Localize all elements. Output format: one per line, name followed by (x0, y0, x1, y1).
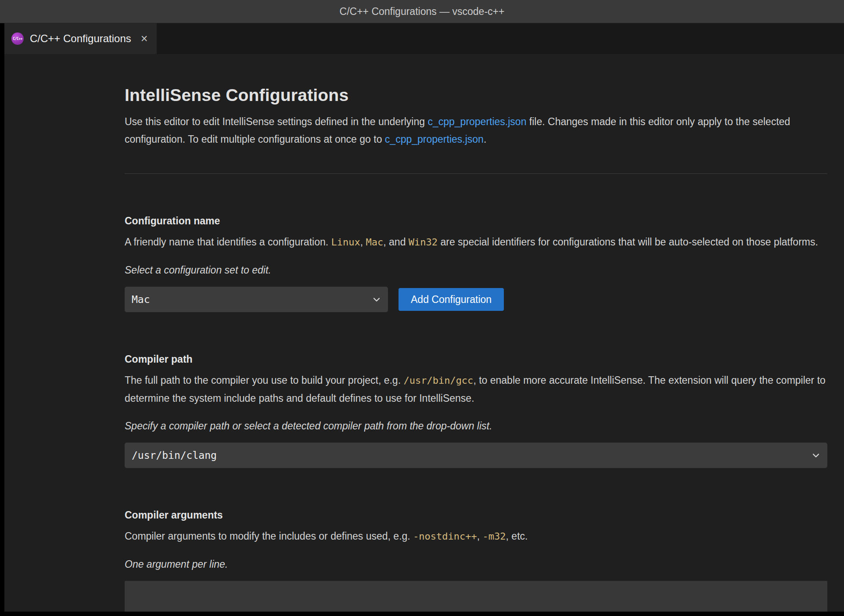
section-configuration-name: Configuration name A friendly name that … (125, 215, 827, 312)
description-part: , (477, 530, 483, 542)
intro-text-part: . (484, 133, 486, 145)
compiler-path-hint: Specify a compiler path or select a dete… (125, 420, 827, 432)
cpp-extension-icon-label: C/C++ (13, 37, 22, 41)
compiler-arguments-hint: One argument per line. (125, 558, 827, 570)
divider (125, 173, 827, 174)
compiler-arguments-description: Compiler arguments to modify the include… (125, 527, 827, 545)
intro-text-part: Use this editor to edit IntelliSense set… (125, 116, 427, 127)
chevron-down-icon (811, 450, 821, 461)
compiler-path-title: Compiler path (125, 353, 827, 365)
compiler-arguments-input[interactable] (125, 581, 827, 612)
window-title: C/C++ Configurations — vscode-c++ (340, 6, 505, 18)
compiler-arguments-field-wrap (125, 581, 827, 612)
description-part: A friendly name that identifies a config… (125, 236, 331, 248)
configuration-name-title: Configuration name (125, 215, 827, 227)
configuration-controls: Mac Add Configuration (125, 287, 827, 312)
tab-close-icon[interactable]: × (141, 33, 148, 45)
configuration-name-description: A friendly name that identifies a config… (125, 233, 827, 251)
compiler-arguments-title: Compiler arguments (125, 509, 827, 521)
section-compiler-arguments: Compiler arguments Compiler arguments to… (125, 509, 827, 612)
code-usr-bin-gcc: /usr/bin/gcc (403, 375, 473, 386)
window-titlebar: C/C++ Configurations — vscode-c++ (0, 0, 844, 23)
chevron-down-icon (371, 294, 382, 305)
intro-text: Use this editor to edit IntelliSense set… (125, 113, 827, 148)
code-nostdinc: -nostdinc++ (413, 531, 477, 542)
tab-cpp-configurations[interactable]: C/C++ C/C++ Configurations × (4, 23, 157, 54)
settings-content: IntelliSense Configurations Use this edi… (125, 54, 827, 612)
page-title: IntelliSense Configurations (125, 86, 827, 105)
section-compiler-path: Compiler path The full path to the compi… (125, 353, 827, 468)
compiler-path-select-value: /usr/bin/clang (132, 450, 217, 461)
compiler-path-description: The full path to the compiler you use to… (125, 371, 827, 407)
description-part: , (360, 236, 366, 248)
description-part: are special identifiers for configuratio… (438, 236, 818, 248)
editor-window: C/C++ C/C++ Configurations × IntelliSens… (4, 23, 844, 612)
code-linux: Linux (331, 237, 360, 248)
description-part: , and (383, 236, 409, 248)
description-part: Compiler arguments to modify the include… (125, 530, 413, 542)
code-win32: Win32 (409, 237, 438, 248)
code-m32: -m32 (483, 531, 506, 542)
c-cpp-properties-link[interactable]: c_cpp_properties.json (385, 133, 484, 145)
select-configuration-hint: Select a configuration set to edit. (125, 264, 827, 276)
configuration-select[interactable]: Mac (125, 287, 388, 312)
code-mac: Mac (366, 237, 384, 248)
add-configuration-button[interactable]: Add Configuration (399, 288, 504, 311)
configuration-select-value: Mac (132, 294, 150, 305)
c-cpp-properties-link[interactable]: c_cpp_properties.json (427, 116, 526, 127)
compiler-path-select[interactable]: /usr/bin/clang (125, 443, 827, 468)
tab-label: C/C++ Configurations (30, 32, 131, 45)
description-part: , etc. (506, 530, 528, 542)
description-part: The full path to the compiler you use to… (125, 375, 403, 386)
tab-bar: C/C++ C/C++ Configurations × (4, 23, 844, 54)
cpp-extension-icon: C/C++ (11, 32, 24, 45)
